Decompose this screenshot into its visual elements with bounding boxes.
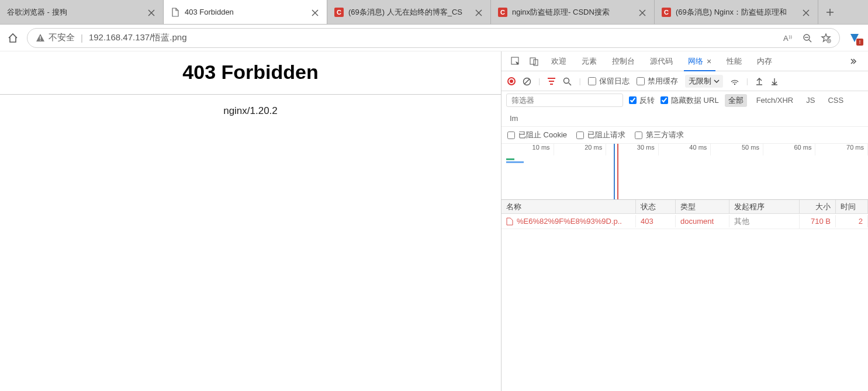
preserve-log-label: 保留日志 <box>599 76 630 86</box>
svg-point-10 <box>734 84 735 85</box>
search-icon[interactable] <box>563 76 572 85</box>
separator: | <box>81 33 83 43</box>
filter-type-all[interactable]: 全部 <box>725 94 747 107</box>
filter-type-fetch[interactable]: Fetch/XHR <box>753 95 797 106</box>
url-text: 192.168.47.137/悟蓝.png <box>89 32 187 43</box>
network-timeline[interactable]: 10 ms 20 ms 30 ms 40 ms 50 ms 60 ms 70 m… <box>502 144 868 200</box>
inspect-icon[interactable] <box>506 56 525 66</box>
blocked-cookies-checkbox[interactable]: 已阻止 Cookie <box>507 130 567 140</box>
invert-checkbox[interactable]: 反转 <box>629 95 655 106</box>
csdn-icon: C <box>334 8 344 17</box>
tab-network[interactable]: 网络× <box>680 51 719 71</box>
address-bar: 不安全 | 192.168.47.137/悟蓝.png A⁾⁾ ! <box>0 25 868 51</box>
disable-cache-checkbox[interactable]: 禁用缓存 <box>637 76 678 86</box>
cell-initiator: 其他 <box>729 214 800 229</box>
tab-4[interactable]: C (69条消息) Nginx：防盗链原理和 <box>655 0 818 24</box>
disable-cache-label: 禁用缓存 <box>648 76 678 86</box>
throttle-label: 无限制 <box>689 76 711 86</box>
record-button[interactable] <box>507 77 516 85</box>
cell-name: %E6%82%9F%E8%93%9D.p.. <box>502 215 636 228</box>
tab-1[interactable]: 403 Forbidden <box>164 0 327 24</box>
error-heading: 403 Forbidden <box>182 61 318 84</box>
cell-status: 403 <box>636 215 676 227</box>
filter-type-css[interactable]: CSS <box>824 95 847 106</box>
svg-point-9 <box>564 78 569 83</box>
document-icon <box>171 8 180 17</box>
filter-type-img[interactable]: Im <box>506 113 521 124</box>
page-content: 403 Forbidden nginx/1.20.2 <box>0 51 502 391</box>
cell-size: 710 B <box>800 215 836 227</box>
timeline-bars <box>506 158 524 163</box>
device-icon[interactable] <box>525 56 544 66</box>
divider <box>0 94 501 95</box>
network-toolbar: | | 保留日志 禁用缓存 无限制 | <box>502 71 868 91</box>
browser-tab-bar: 谷歌浏览器 - 搜狗 403 Forbidden C (69条消息) 人无在始终… <box>0 0 868 25</box>
tab-console[interactable]: 控制台 <box>604 51 642 71</box>
header-type[interactable]: 类型 <box>676 200 729 213</box>
timeline-tick: 70 ms <box>815 144 868 155</box>
close-icon[interactable] <box>639 8 647 16</box>
preserve-log-checkbox[interactable]: 保留日志 <box>588 76 630 86</box>
header-initiator[interactable]: 发起程序 <box>729 200 800 213</box>
blocked-cookies-label: 已阻止 Cookie <box>518 130 567 140</box>
warning-icon <box>36 33 45 43</box>
close-icon[interactable] <box>475 8 483 16</box>
close-icon[interactable]: × <box>707 57 711 66</box>
header-size[interactable]: 大小 <box>800 200 836 213</box>
server-info: nginx/1.20.2 <box>223 105 278 117</box>
network-table-headers: 名称 状态 类型 发起程序 大小 时间 <box>502 200 868 214</box>
tab-memory[interactable]: 内存 <box>749 51 780 71</box>
read-aloud-icon[interactable]: A⁾⁾ <box>783 32 794 43</box>
svg-text:A⁾⁾: A⁾⁾ <box>783 34 792 43</box>
new-tab-button[interactable] <box>818 0 842 24</box>
close-icon[interactable] <box>148 8 156 16</box>
home-button[interactable] <box>7 32 19 44</box>
header-status[interactable]: 状态 <box>636 200 676 213</box>
svg-rect-6 <box>530 58 535 64</box>
blocked-requests-label: 已阻止请求 <box>587 130 625 140</box>
tab-title: (69条消息) Nginx：防盗链原理和 <box>676 7 798 18</box>
network-conditions-icon[interactable] <box>730 77 739 86</box>
clear-button[interactable] <box>523 76 531 85</box>
cell-type: document <box>676 215 729 227</box>
hide-data-urls-checkbox[interactable]: 隐藏数据 URL <box>660 95 719 106</box>
tab-sources[interactable]: 源代码 <box>642 51 680 71</box>
header-time[interactable]: 时间 <box>836 200 868 213</box>
timeline-tick: 60 ms <box>763 144 816 155</box>
throttle-select[interactable]: 无限制 <box>685 75 723 88</box>
blocked-requests-checkbox[interactable]: 已阻止请求 <box>576 130 625 140</box>
close-icon[interactable] <box>803 8 811 16</box>
favorites-icon[interactable] <box>821 32 831 43</box>
timeline-tick: 50 ms <box>711 144 763 155</box>
devtools-panel: 欢迎 元素 控制台 源代码 网络× 性能 内存 | | 保留日志 禁用缓存 无限… <box>502 51 868 391</box>
tab-elements[interactable]: 元素 <box>574 51 604 71</box>
filter-icon[interactable] <box>547 76 556 85</box>
tab-2[interactable]: C (69条消息) 人无在始终的博客_CS <box>327 0 491 24</box>
svg-rect-0 <box>40 36 40 39</box>
tab-title: (69条消息) 人无在始终的博客_CS <box>348 7 471 18</box>
insecure-badge: 不安全 <box>36 32 75 43</box>
filter-type-js[interactable]: JS <box>803 95 818 106</box>
header-name[interactable]: 名称 <box>502 200 636 213</box>
tab-performance[interactable]: 性能 <box>719 51 749 71</box>
upload-icon[interactable] <box>755 77 763 86</box>
tab-3[interactable]: C nginx防盗链原理- CSDN搜索 <box>491 0 655 24</box>
chevron-down-icon <box>714 78 720 84</box>
address-input[interactable]: 不安全 | 192.168.47.137/悟蓝.png A⁾⁾ <box>27 28 840 48</box>
close-icon[interactable] <box>312 8 320 16</box>
download-icon[interactable] <box>770 77 779 86</box>
third-party-checkbox[interactable]: 第三方请求 <box>635 130 684 140</box>
tab-welcome[interactable]: 欢迎 <box>544 51 574 71</box>
tab-0[interactable]: 谷歌浏览器 - 搜狗 <box>0 0 164 24</box>
third-party-label: 第三方请求 <box>646 130 684 140</box>
load-line <box>617 144 618 199</box>
filter-input[interactable] <box>506 94 623 107</box>
zoom-out-icon[interactable] <box>802 32 812 43</box>
file-icon <box>506 217 513 226</box>
extension-icon[interactable]: ! <box>848 32 861 44</box>
more-tabs-icon[interactable] <box>846 57 863 66</box>
csdn-icon: C <box>498 8 507 17</box>
cell-name-text: %E6%82%9F%E8%93%9D.p.. <box>517 217 622 226</box>
timeline-tick: 20 ms <box>554 144 607 155</box>
network-row[interactable]: %E6%82%9F%E8%93%9D.p.. 403 document 其他 7… <box>502 214 868 229</box>
